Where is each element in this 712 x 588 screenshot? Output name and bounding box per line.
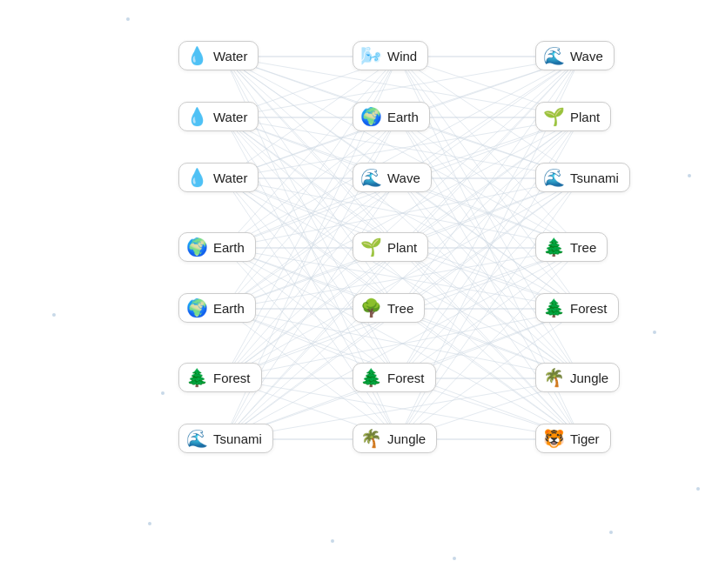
node-label-c1r5: Forest	[387, 371, 425, 385]
svg-line-21	[225, 57, 399, 248]
svg-line-119	[225, 57, 581, 248]
node-icon-c2r2: 🌊	[543, 169, 565, 186]
node-c0r3[interactable]: 🌍Earth	[178, 232, 256, 262]
node-c0r6[interactable]: 🌊Tsunami	[178, 424, 273, 453]
svg-line-11	[225, 117, 399, 309]
node-label-c0r3: Earth	[213, 240, 245, 255]
node-c2r5[interactable]: 🌴Jungle	[535, 363, 620, 392]
node-label-c2r6: Tiger	[570, 431, 600, 446]
decorative-dot-0	[126, 17, 130, 21]
node-label-c1r4: Tree	[387, 301, 413, 316]
decorative-dot-1	[161, 391, 165, 395]
node-c2r4[interactable]: 🌲Forest	[535, 293, 619, 323]
node-icon-c2r5: 🌴	[543, 369, 565, 386]
node-icon-c2r3: 🌲	[543, 238, 565, 256]
node-label-c2r5: Jungle	[570, 371, 608, 385]
node-c1r5[interactable]: 🌲Forest	[353, 363, 436, 392]
node-icon-c1r3: 🌱	[360, 238, 382, 256]
node-icon-c2r1: 🌱	[543, 108, 565, 125]
svg-line-37	[225, 178, 399, 378]
decorative-dot-4	[52, 313, 56, 317]
svg-line-3	[225, 57, 399, 248]
node-c0r0[interactable]: 💧Water	[178, 41, 259, 70]
node-label-c2r4: Forest	[570, 301, 608, 316]
node-icon-c1r6: 🌴	[360, 430, 382, 447]
node-c2r1[interactable]: 🌱Plant	[535, 102, 611, 131]
node-c0r4[interactable]: 🌍Earth	[178, 293, 256, 323]
node-c1r3[interactable]: 🌱Plant	[353, 232, 428, 262]
decorative-dot-6	[453, 557, 456, 560]
node-icon-c2r6: 🐯	[543, 430, 565, 447]
node-icon-c2r4: 🌲	[543, 299, 565, 317]
node-label-c2r1: Plant	[570, 110, 600, 124]
node-icon-c0r4: 🌍	[186, 299, 208, 317]
node-c1r6[interactable]: 🌴Jungle	[353, 424, 437, 453]
node-icon-c1r2: 🌊	[360, 169, 382, 186]
node-c1r1[interactable]: 🌍Earth	[353, 102, 430, 131]
node-icon-c0r0: 💧	[186, 47, 208, 64]
svg-line-135	[225, 178, 581, 378]
node-label-c1r6: Jungle	[387, 431, 426, 446]
node-icon-c1r4: 🌳	[360, 299, 382, 317]
svg-line-127	[225, 117, 581, 309]
node-icon-c0r6: 🌊	[186, 430, 208, 447]
node-icon-c2r0: 🌊	[543, 47, 565, 64]
node-label-c2r3: Tree	[570, 240, 596, 255]
node-label-c2r0: Wave	[570, 49, 603, 63]
node-icon-c0r2: 💧	[186, 169, 208, 186]
node-label-c1r2: Wave	[387, 170, 420, 185]
decorative-dot-7	[609, 531, 613, 534]
node-label-c1r0: Wind	[387, 49, 417, 63]
decorative-dot-5	[331, 539, 334, 543]
svg-line-70	[399, 57, 581, 248]
decorative-dot-9	[696, 487, 700, 491]
svg-line-125	[225, 248, 581, 439]
svg-line-78	[399, 117, 581, 309]
svg-line-86	[399, 178, 581, 378]
node-c2r6[interactable]: 🐯Tiger	[535, 424, 611, 453]
svg-line-68	[399, 178, 581, 378]
decorative-dot-2	[653, 331, 656, 334]
node-label-c1r3: Plant	[387, 240, 417, 255]
svg-line-45	[225, 248, 399, 439]
node-c1r0[interactable]: 🌬️Wind	[353, 41, 428, 70]
node-c0r1[interactable]: 💧Water	[178, 102, 259, 131]
svg-line-143	[225, 248, 581, 439]
node-c2r0[interactable]: 🌊Wave	[535, 41, 615, 70]
node-icon-c0r3: 🌍	[186, 238, 208, 256]
svg-line-29	[225, 117, 399, 309]
node-icon-c1r1: 🌍	[360, 108, 382, 125]
node-label-c0r4: Earth	[213, 301, 245, 316]
node-label-c0r0: Water	[213, 49, 247, 63]
svg-line-76	[399, 248, 581, 439]
node-icon-c1r5: 🌲	[360, 369, 382, 386]
svg-line-60	[399, 117, 581, 309]
node-c0r5[interactable]: 🌲Forest	[178, 363, 262, 392]
node-c0r2[interactable]: 💧Water	[178, 163, 259, 192]
node-label-c2r2: Tsunami	[570, 170, 619, 185]
node-icon-c1r0: 🌬️	[360, 47, 382, 64]
decorative-dot-8	[148, 522, 151, 525]
node-c1r2[interactable]: 🌊Wave	[353, 163, 432, 192]
decorative-dot-3	[688, 174, 691, 177]
node-label-c0r5: Forest	[213, 371, 251, 385]
node-c1r4[interactable]: 🌳Tree	[353, 293, 425, 323]
node-label-c0r6: Tsunami	[213, 431, 262, 446]
svg-line-101	[225, 57, 581, 248]
node-label-c0r1: Water	[213, 110, 247, 124]
svg-line-27	[225, 248, 399, 439]
node-icon-c0r1: 💧	[186, 108, 208, 125]
svg-line-19	[225, 178, 399, 378]
svg-line-109	[225, 117, 581, 309]
svg-line-52	[399, 57, 581, 248]
node-c2r3[interactable]: 🌲Tree	[535, 232, 608, 262]
svg-line-117	[225, 178, 581, 378]
node-icon-c0r5: 🌲	[186, 369, 208, 386]
node-label-c1r1: Earth	[387, 110, 419, 124]
node-c2r2[interactable]: 🌊Tsunami	[535, 163, 630, 192]
node-label-c0r2: Water	[213, 170, 247, 185]
svg-line-94	[399, 248, 581, 439]
